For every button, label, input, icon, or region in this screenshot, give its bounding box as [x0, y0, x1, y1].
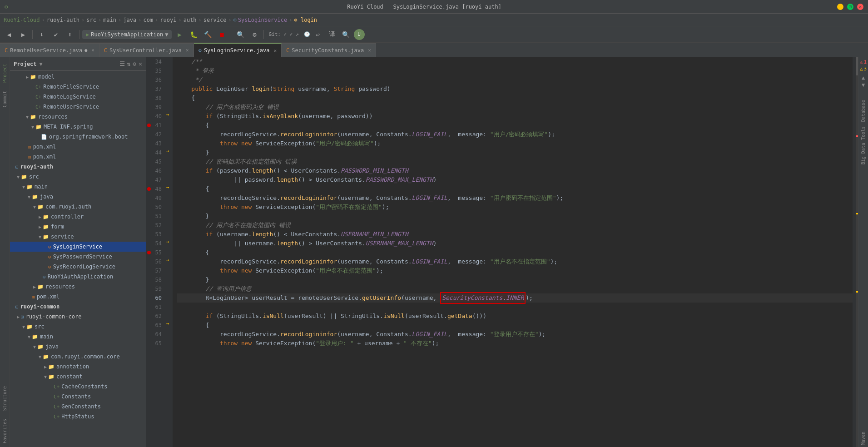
tree-constant-label: constant [56, 373, 83, 380]
bc-ruoyi[interactable]: ruoyi [160, 17, 176, 23]
bc-java[interactable]: java [123, 17, 136, 23]
tab-close-sysuser[interactable]: ✕ [186, 47, 189, 53]
error-count-badge[interactable]: ⚠1 [860, 59, 867, 65]
tree-resources2[interactable]: ▶ 📁 resources [10, 282, 146, 292]
window-controls: — ⊡ ✕ [837, 4, 863, 10]
toolbar-git-push[interactable]: ⬆ [64, 28, 76, 41]
toolbar-git-update[interactable]: ⬇ [35, 28, 48, 41]
bc-main[interactable]: main [103, 17, 116, 23]
sidebar-icon-close[interactable]: ✕ [139, 60, 142, 67]
tree-comruoyiauth[interactable]: ▼ 📁 com.ruoyi.auth [10, 202, 146, 212]
code-container[interactable]: 34 35 36 37 38 39 40 41 42 43 44 45 46 4… [146, 57, 858, 447]
sidebar-header: Project ▼ ☰ ⇅ ⚙ ✕ [10, 57, 146, 71]
ln-53: 53 [146, 230, 165, 239]
right-tab-maven[interactable]: Maven [860, 430, 867, 447]
tree-sysrecordlogservice[interactable]: ⊙ SysRecordLogService [10, 262, 146, 272]
sidebar-icon-sort[interactable]: ⇅ [127, 60, 131, 67]
tab-sysusercontroller[interactable]: C SysUserController.java ✕ [99, 43, 194, 57]
tree-form[interactable]: ▶ 📁 form [10, 222, 146, 232]
toolbar-settings[interactable]: ⚙ [248, 28, 261, 41]
ln-44: 44 [146, 148, 165, 157]
tree-ruoyi-auth[interactable]: ⊡ ruoyi-auth [10, 162, 146, 172]
tree-remoteuserservice[interactable]: C+ RemoteUserService [10, 102, 146, 112]
tree-genconstants[interactable]: C+ GenConstants [10, 402, 146, 412]
tree-metainf[interactable]: ▼ 📁 META-INF.spring [10, 122, 146, 132]
tree-springframework[interactable]: 📄 org.springframework.boot [10, 132, 146, 142]
expand-btn[interactable]: ▼ [862, 82, 865, 88]
tree-annotation[interactable]: ▶ 📁 annotation [10, 362, 146, 372]
tree-java1[interactable]: ▼ 📁 java [10, 192, 146, 202]
tab-close-syslogin[interactable]: ✕ [273, 48, 277, 54]
tree-pom3[interactable]: m pom.xml [10, 292, 146, 302]
tab-close-security[interactable]: ✕ [368, 47, 371, 53]
toolbar-git-commit[interactable]: ✔ [50, 28, 62, 41]
toolbar-translate[interactable]: 译 [326, 28, 338, 41]
tree-remotelogservice[interactable]: C+ RemoteLogService [10, 92, 146, 102]
tree-cacheconstants[interactable]: C+ CacheConstants [10, 382, 146, 392]
toolbar-avatar[interactable]: U [354, 29, 365, 40]
toolbar-debug[interactable]: 🐛 [187, 28, 200, 41]
code-line-53: if (username.length() < UserConstants.US… [177, 230, 853, 239]
toolbar-back[interactable]: ◀ [3, 28, 15, 41]
tree-controller[interactable]: ▶ 📁 controller [10, 212, 146, 222]
tree-src2[interactable]: ▼ 📁 src [10, 322, 146, 332]
tree-comruoyicommoncore[interactable]: ▼ 📁 com.ruoyi.common.core [10, 352, 146, 362]
ln-62: 62 [146, 312, 165, 321]
tree-main1[interactable]: ▼ 📁 main [10, 182, 146, 192]
left-tab-project[interactable]: Project [1, 60, 9, 86]
toolbar-search[interactable]: 🔍 [234, 28, 247, 41]
right-tab-database[interactable]: Database [860, 98, 867, 124]
tree-syspasswordservice[interactable]: ⊙ SysPasswordService [10, 252, 146, 262]
left-tab-favorites[interactable]: Favorites [1, 415, 9, 447]
bc-com[interactable]: com [143, 17, 153, 23]
toolbar-run[interactable]: ▶ [173, 28, 186, 41]
code-lines[interactable]: /** * 登录 */ public LoginUser login(Strin… [173, 57, 853, 447]
sidebar-icon-layout[interactable]: ☰ [119, 60, 125, 67]
restore-button[interactable]: ⊡ [847, 4, 853, 10]
left-tab-commit[interactable]: Commit [1, 87, 9, 111]
toolbar-stop[interactable]: ■ [215, 28, 228, 41]
bc-login[interactable]: ⊛ login [294, 17, 317, 23]
tree-remotefileservice[interactable]: C+ RemoteFileService [10, 82, 146, 92]
tree-model[interactable]: ▶ 📁 model [10, 72, 146, 82]
tree-main2[interactable]: ▼ 📁 main [10, 332, 146, 342]
breadcrumb-ruoyi-cloud[interactable]: RuoYi-Cloud [4, 17, 40, 23]
tree-constants[interactable]: C+ Constants [10, 392, 146, 402]
tab-remoteuserservice[interactable]: C RemoteUserService.java ● ✕ [0, 43, 99, 57]
breadcrumb-ruoyi-auth[interactable]: ruoyi-auth [47, 17, 79, 23]
warning-count-badge[interactable]: △3 [860, 66, 867, 72]
toolbar-search2[interactable]: 🔍 [340, 28, 352, 41]
tab-securityconstants[interactable]: C SecurityConstants.java ✕ [282, 43, 376, 57]
toolbar-build[interactable]: 🔨 [201, 28, 214, 41]
tree-remoteuserservice-label: RemoteUserService [43, 104, 99, 110]
tab-sysloginservice[interactable]: ⊙ SysLoginService.java ✕ [194, 43, 282, 57]
tree-src1[interactable]: ▼ 📁 src [10, 172, 146, 182]
bc-service[interactable]: service [203, 17, 227, 23]
tree-ruoyiauthapp[interactable]: ⊙ RuoYiAuthApplication [10, 272, 146, 282]
tree-ruoyi-common[interactable]: ⊡ ruoyi-common [10, 302, 146, 312]
tree-sysloginservice[interactable]: ⊙ SysLoginService [10, 242, 146, 252]
tab-close-remote[interactable]: ✕ [91, 47, 94, 53]
tree-constant[interactable]: ▼ 📁 constant [10, 372, 146, 382]
sidebar-dropdown[interactable]: ▼ [40, 61, 43, 67]
left-tab-structure[interactable]: Structure [1, 382, 9, 414]
tree-service[interactable]: ▼ 📁 service [10, 232, 146, 242]
bc-auth[interactable]: auth [184, 17, 197, 23]
bc-sysloginservice[interactable]: ⊙ SysLoginService [233, 17, 288, 23]
toolbar-forward[interactable]: ▶ [17, 28, 30, 41]
toolbar-undo[interactable]: ↩ [312, 28, 324, 41]
tree-pom1[interactable]: m pom.xml [10, 142, 146, 152]
tree-ruoyi-common-core[interactable]: ▶ ⊡ ruoyi-common-core [10, 312, 146, 322]
collapse-btn[interactable]: ▲ [862, 74, 865, 81]
tab-icon-sysuser: C [104, 47, 107, 54]
tree-java2[interactable]: ▼ 📁 java [10, 342, 146, 352]
sidebar-icon-settings[interactable]: ⚙ [133, 60, 136, 67]
run-config-selector[interactable]: ▶ RuoYiSystemApplication ▼ [82, 30, 172, 39]
right-tab-bigdata[interactable]: Big Data Tools [860, 124, 867, 166]
minimize-button[interactable]: — [837, 4, 843, 10]
tree-resources[interactable]: ▼ 📁 resources [10, 112, 146, 122]
bc-src[interactable]: src [86, 17, 96, 23]
tree-httpstatus[interactable]: C+ HttpStatus [10, 412, 146, 422]
tree-pom2[interactable]: m pom.xml [10, 152, 146, 162]
close-button[interactable]: ✕ [857, 4, 863, 10]
